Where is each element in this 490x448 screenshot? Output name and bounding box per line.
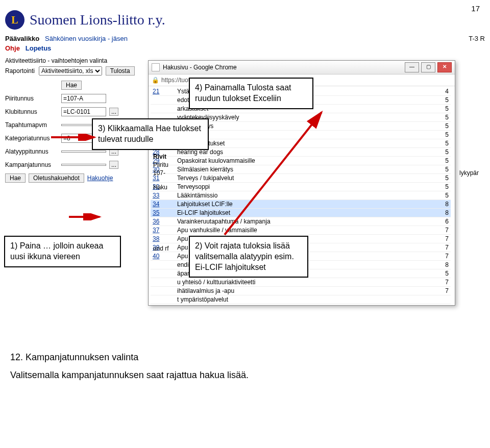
arrow-hae — [51, 134, 100, 141]
nav-vuosikirja[interactable]: Sähköinen vuosikirja - jäsen — [45, 35, 128, 42]
sub-nav: Ohje Lopetus — [0, 43, 490, 53]
popup-title-text: Hakusivu - Google Chrome — [163, 64, 237, 71]
top-nav: Päävalikko Sähköinen vuosikirja - jäsen … — [0, 34, 490, 43]
header: L Suomen Lions-liitto r.y. — [0, 0, 490, 34]
haku-text: Haku — [153, 184, 167, 185]
nav-right: T-3 R — [469, 35, 485, 42]
minimize-button[interactable]: — — [405, 62, 419, 72]
rivit-text: Rivit — [153, 153, 166, 160]
raportointi-select[interactable]: Aktiviteettisiirto, xls — [39, 66, 102, 76]
callout-3: 3) Klikkaamalla Hae tulokset tulevat ruu… — [92, 118, 209, 150]
kam-label: Kampanjatunnus — [5, 161, 61, 168]
klubi-label: Klubitunnus — [5, 108, 61, 115]
page-number: 17 — [471, 4, 480, 13]
close-button[interactable]: ✕ — [437, 62, 452, 72]
l107-text: 107- — [153, 169, 165, 177]
ala-value[interactable] — [61, 151, 106, 153]
popup-titlebar[interactable]: Hakusivu - Google Chrome — ▢ ✕ — [149, 61, 455, 74]
ala-label: Alatyyppitunnus — [5, 148, 61, 155]
arrow-list — [219, 107, 332, 185]
klubi-ellipsis[interactable]: ... — [109, 108, 118, 116]
document-icon — [152, 63, 160, 71]
piiri-value[interactable]: =107-A — [61, 94, 106, 103]
org-title: Suomen Lions-liitto r.y. — [30, 12, 165, 28]
nav-paavalikko[interactable]: Päävalikko — [5, 35, 39, 42]
hae-button-bottom[interactable]: Hae — [5, 173, 26, 183]
svg-line-2 — [225, 112, 322, 185]
hakuohje-link[interactable]: Hakuohje — [87, 175, 113, 182]
bg-text: lykypär — [459, 169, 479, 177]
piiri-label: Piiritunnus — [5, 95, 61, 102]
maximize-button[interactable]: ▢ — [421, 62, 435, 72]
nav-lopetus[interactable]: Lopetus — [26, 44, 52, 52]
callout-4: 4) Painamalla Tulosta saat ruudun tuloks… — [189, 78, 313, 109]
lions-logo: L — [5, 10, 24, 30]
tulosta-button[interactable]: Tulosta — [106, 66, 135, 76]
hae-button-top[interactable]: Hae — [61, 81, 82, 90]
oletus-button[interactable]: Oletushakuehdot — [29, 173, 84, 183]
kam-ellipsis[interactable]: ... — [109, 161, 118, 169]
raportointi-label: Raportointi — [5, 67, 39, 74]
piiritu-text: Piiritu — [153, 161, 168, 168]
lock-icon: 🔒 — [152, 77, 159, 84]
tap-label: Tapahtumapvm — [5, 121, 61, 129]
kam-value[interactable] — [61, 164, 106, 166]
klubi-value[interactable]: =LC-0101 — [61, 107, 106, 116]
nav-ohje[interactable]: Ohje — [5, 44, 20, 52]
